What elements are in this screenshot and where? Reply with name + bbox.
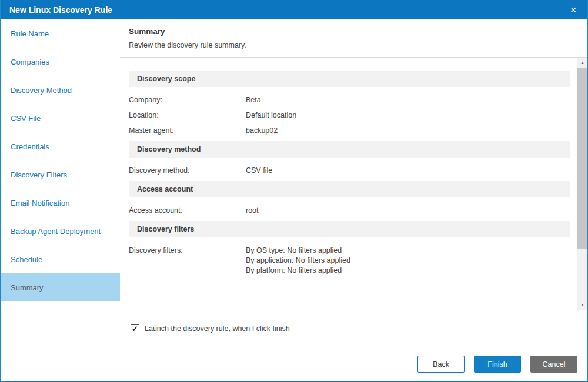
step-header: Summary Review the discovery rule summar… [120, 19, 587, 58]
step-title: Summary [129, 27, 578, 36]
launch-option-row: ✓ Launch the discovery rule, when I clic… [120, 310, 587, 347]
filter-line: By OS type: No filters applied [246, 246, 350, 256]
dialog-titlebar: New Linux Discovery Rule ✕ [1, 0, 587, 19]
row-label: Location: [129, 110, 246, 120]
summary-row: Discovery method: CSV file [129, 166, 570, 176]
cancel-button[interactable]: Cancel [530, 356, 577, 373]
sidebar-item-schedule[interactable]: Schedule [1, 245, 120, 273]
row-label: Access account: [129, 206, 246, 216]
row-label: Company: [129, 95, 246, 105]
vertical-scrollbar[interactable]: ▲ ▼ [577, 58, 587, 310]
back-button[interactable]: Back [417, 356, 465, 373]
section-discovery-scope: Discovery scope Company: Beta Location: … [129, 71, 570, 136]
sidebar-item-rule-name[interactable]: Rule Name [1, 19, 120, 48]
main-panel: Summary Review the discovery rule summar… [120, 19, 587, 347]
filter-line: By application: No filters applied [246, 256, 350, 266]
new-linux-discovery-rule-dialog: New Linux Discovery Rule ✕ Rule Name Com… [0, 0, 588, 382]
row-value: backup02 [246, 126, 278, 136]
row-label: Discovery method: [129, 166, 246, 176]
section-discovery-filters: Discovery filters Discovery filters: By … [129, 221, 570, 276]
dialog-footer: Back Finish Cancel [1, 347, 587, 381]
summary-row: Company: Beta [129, 95, 570, 105]
launch-checkbox[interactable]: ✓ [131, 324, 139, 333]
section-access-account: Access account Access account: root [129, 181, 570, 216]
launch-checkbox-label: Launch the discovery rule, when I click … [145, 324, 290, 333]
row-value: Default location [246, 110, 296, 120]
row-value: Beta [246, 95, 261, 105]
scroll-down-icon[interactable]: ▼ [577, 300, 587, 310]
sidebar-item-csv-file[interactable]: CSV File [1, 104, 120, 132]
section-header: Discovery method [129, 141, 570, 158]
dialog-title: New Linux Discovery Rule [9, 5, 112, 15]
dialog-body: Rule Name Companies Discovery Method CSV… [1, 19, 587, 347]
scrollbar-track[interactable] [577, 68, 587, 300]
checkmark-icon: ✓ [132, 325, 138, 333]
sidebar-item-companies[interactable]: Companies [1, 48, 120, 76]
summary-content: Discovery scope Company: Beta Location: … [120, 58, 577, 310]
section-header: Access account [129, 181, 570, 197]
sidebar-item-summary[interactable]: Summary [1, 273, 120, 301]
summary-row: Master agent: backup02 [129, 126, 570, 136]
summary-row: Discovery filters: By OS type: No filter… [129, 246, 570, 276]
sidebar-item-backup-agent-deployment[interactable]: Backup Agent Deployment [1, 217, 120, 245]
step-subtitle: Review the discovery rule summary. [129, 41, 578, 57]
sidebar-item-discovery-filters[interactable]: Discovery Filters [1, 160, 120, 189]
scroll-up-icon[interactable]: ▲ [577, 58, 587, 68]
wizard-steps-sidebar: Rule Name Companies Discovery Method CSV… [1, 19, 120, 347]
summary-row: Access account: root [129, 206, 570, 216]
summary-row: Location: Default location [129, 110, 570, 120]
close-icon[interactable]: ✕ [567, 5, 579, 15]
section-header: Discovery filters [129, 221, 570, 237]
row-value: By OS type: No filters applied By applic… [246, 246, 350, 276]
section-header: Discovery scope [129, 71, 570, 87]
scrollbar-thumb[interactable] [577, 68, 587, 249]
row-label: Discovery filters: [129, 246, 246, 276]
section-discovery-method: Discovery method Discovery method: CSV f… [129, 141, 570, 176]
row-label: Master agent: [129, 126, 246, 136]
row-value: root [246, 206, 259, 216]
sidebar-item-credentials[interactable]: Credentials [1, 132, 120, 160]
sidebar-item-discovery-method[interactable]: Discovery Method [1, 76, 120, 104]
sidebar-item-email-notification[interactable]: Email Notification [1, 189, 120, 217]
summary-scroll-area: Discovery scope Company: Beta Location: … [120, 58, 587, 310]
finish-button[interactable]: Finish [474, 356, 521, 373]
row-value: CSV file [246, 166, 272, 176]
filter-line: By platform: No filters applied [246, 266, 350, 276]
